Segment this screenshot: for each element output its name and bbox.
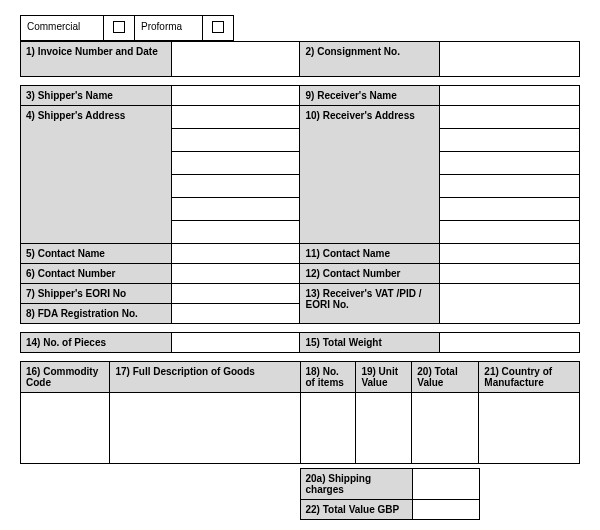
- receiver-address-line2[interactable]: [440, 129, 580, 152]
- shipper-address-label: 4) Shipper's Address: [21, 106, 172, 244]
- total-value-gbp-label: 22) Total Value GBP: [300, 500, 412, 520]
- description-value[interactable]: [110, 393, 300, 464]
- country-manufacture-label: 21) Country of Manufacture: [479, 362, 580, 393]
- fda-registration-value[interactable]: [171, 304, 300, 324]
- invoice-type-table: Commercial Proforma: [20, 15, 234, 41]
- country-manufacture-value[interactable]: [479, 393, 580, 464]
- receiver-contact-number-value[interactable]: [440, 264, 580, 284]
- invoice-number-date-label: 1) Invoice Number and Date: [21, 42, 172, 77]
- shipper-contact-number-label: 6) Contact Number: [21, 264, 172, 284]
- receiver-address-line1[interactable]: [440, 106, 580, 129]
- total-weight-value[interactable]: [440, 333, 580, 353]
- total-value-value[interactable]: [412, 393, 479, 464]
- shipper-contact-name-label: 5) Contact Name: [21, 244, 172, 264]
- receiver-name-value[interactable]: [440, 86, 580, 106]
- receiver-address-line3[interactable]: [440, 152, 580, 175]
- receiver-address-line6[interactable]: [440, 221, 580, 244]
- shipper-eori-value[interactable]: [171, 284, 300, 304]
- consignment-no-value[interactable]: [440, 42, 580, 77]
- receiver-address-label: 10) Receiver's Address: [300, 106, 440, 244]
- proforma-label: Proforma: [135, 16, 203, 41]
- shipper-address-line5[interactable]: [171, 198, 300, 221]
- no-of-items-label: 18) No. of items: [300, 362, 356, 393]
- unit-value-label: 19) Unit Value: [356, 362, 412, 393]
- commodity-code-value[interactable]: [21, 393, 110, 464]
- party-details-table: 3) Shipper's Name 9) Receiver's Name 4) …: [20, 85, 580, 324]
- shipper-address-line3[interactable]: [171, 152, 300, 175]
- shipper-address-line1[interactable]: [171, 106, 300, 129]
- shipper-address-line4[interactable]: [171, 175, 300, 198]
- commercial-checkbox[interactable]: [104, 16, 135, 41]
- no-of-pieces-label: 14) No. of Pieces: [21, 333, 172, 353]
- total-value-gbp-value[interactable]: [412, 500, 479, 520]
- shipper-address-line2[interactable]: [171, 129, 300, 152]
- receiver-contact-name-label: 11) Contact Name: [300, 244, 440, 264]
- shipper-name-value[interactable]: [171, 86, 300, 106]
- fda-registration-label: 8) FDA Registration No.: [21, 304, 172, 324]
- description-label: 17) Full Description of Goods: [110, 362, 300, 393]
- receiver-contact-name-value[interactable]: [440, 244, 580, 264]
- shipping-charges-value[interactable]: [412, 469, 479, 500]
- commercial-label: Commercial: [21, 16, 104, 41]
- shipper-name-label: 3) Shipper's Name: [21, 86, 172, 106]
- invoice-number-date-value[interactable]: [171, 42, 300, 77]
- table-row: [21, 393, 580, 464]
- receiver-vat-label: 13) Receiver's VAT /PID / EORI No.: [300, 284, 440, 324]
- no-of-items-value[interactable]: [300, 393, 356, 464]
- shipper-contact-name-value[interactable]: [171, 244, 300, 264]
- total-value-label: 20) Total Value: [412, 362, 479, 393]
- unit-value-value[interactable]: [356, 393, 412, 464]
- goods-table: 16) Commodity Code 17) Full Description …: [20, 361, 580, 464]
- consignment-no-label: 2) Consignment No.: [300, 42, 440, 77]
- receiver-address-line5[interactable]: [440, 198, 580, 221]
- total-weight-label: 15) Total Weight: [300, 333, 440, 353]
- commodity-code-label: 16) Commodity Code: [21, 362, 110, 393]
- receiver-vat-value[interactable]: [440, 284, 580, 324]
- receiver-name-label: 9) Receiver's Name: [300, 86, 440, 106]
- proforma-checkbox[interactable]: [203, 16, 234, 41]
- shipper-address-line6[interactable]: [171, 221, 300, 244]
- totals-table: 20a) Shipping charges 22) Total Value GB…: [20, 468, 580, 520]
- invoice-consignment-table: 1) Invoice Number and Date 2) Consignmen…: [20, 41, 580, 77]
- no-of-pieces-value[interactable]: [171, 333, 300, 353]
- receiver-contact-number-label: 12) Contact Number: [300, 264, 440, 284]
- shipper-eori-label: 7) Shipper's EORI No: [21, 284, 172, 304]
- shipper-contact-number-value[interactable]: [171, 264, 300, 284]
- shipping-charges-label: 20a) Shipping charges: [300, 469, 412, 500]
- receiver-address-line4[interactable]: [440, 175, 580, 198]
- pieces-weight-table: 14) No. of Pieces 15) Total Weight: [20, 332, 580, 353]
